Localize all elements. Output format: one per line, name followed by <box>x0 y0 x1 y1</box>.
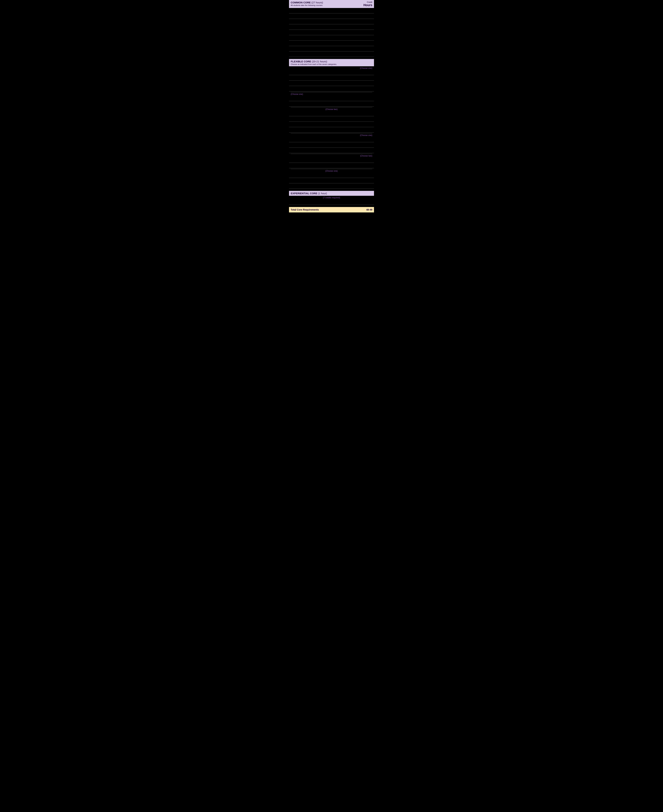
choose-label-4: (Choose one) <box>289 133 374 137</box>
experiential-core-hours: (1 hour) <box>318 192 327 195</box>
table-row <box>289 137 374 142</box>
table-row <box>289 111 374 116</box>
flexible-group-1: (Choose one) <box>289 66 374 91</box>
choose-label-2: (Choose one) <box>289 92 374 96</box>
flexible-core-title-text: FLEXIBLE CORE <box>291 60 311 63</box>
table-row <box>289 70 374 75</box>
credit-hours-block: Credit Hours <box>364 1 372 7</box>
common-core-courses <box>289 8 374 57</box>
hours-label: Hours <box>364 3 372 7</box>
total-label: Total Core Requirements <box>291 208 319 211</box>
section-gap-3 <box>289 205 374 207</box>
flexible-core-title-block: FLEXIBLE CORE (20-21 hours) Choose as in… <box>291 60 337 65</box>
flexible-core-header: FLEXIBLE CORE (20-21 hours) Choose as in… <box>289 59 374 66</box>
total-requirements-row: Total Core Requirements 48-49 <box>289 207 374 212</box>
total-value: 48-49 <box>366 208 372 211</box>
experiential-core-title-text: EXPERIENTIAL CORE <box>291 192 317 195</box>
flexible-group-4: (Choose one) <box>289 133 374 153</box>
section-gap-2 <box>289 189 374 191</box>
table-row <box>289 86 374 91</box>
flexible-core-subtitle: Choose as indicated from each of the sev… <box>291 63 337 65</box>
choose-label-6: (Choose one) <box>289 169 374 173</box>
flexible-group-6: (Choose one) <box>289 169 374 189</box>
table-row <box>289 116 374 122</box>
common-core-title-block: COMMON CORE (27 hours) All students take… <box>291 1 323 6</box>
flexible-core-title: FLEXIBLE CORE (20-21 hours) <box>291 60 337 63</box>
table-row <box>289 19 374 24</box>
table-row <box>289 148 374 153</box>
flexible-group-2: (Choose one) <box>289 92 374 107</box>
table-row <box>289 157 374 163</box>
table-row <box>289 183 374 189</box>
table-row <box>289 101 374 107</box>
table-row <box>289 142 374 148</box>
table-row <box>289 122 374 127</box>
experiential-core-header: EXPERIENTIAL CORE (1 hour) <box>289 191 374 196</box>
table-row <box>289 75 374 81</box>
table-row <box>289 200 374 205</box>
page-container: COMMON CORE (27 hours) All students take… <box>289 0 374 212</box>
table-row <box>289 24 374 30</box>
flexible-core-hours: (20-21 hours) <box>312 60 327 63</box>
table-row <box>289 127 374 132</box>
experiential-core-body: (7 credits required) <box>289 196 374 205</box>
choose-label-3: (Choose two) <box>289 107 374 111</box>
table-row <box>289 40 374 46</box>
table-row <box>289 178 374 183</box>
credit-label: Credit <box>364 1 372 3</box>
table-row <box>289 81 374 86</box>
table-row <box>289 13 374 19</box>
common-core-title: COMMON CORE (27 hours) <box>291 1 323 4</box>
choose-label-5: (Choose two) <box>289 154 374 157</box>
table-row <box>289 35 374 40</box>
section-gap-1 <box>289 57 374 59</box>
table-row <box>289 163 374 168</box>
choose-label-1: (Choose one) <box>289 66 374 70</box>
table-row <box>289 8 374 13</box>
experiential-core-title-block: EXPERIENTIAL CORE (1 hour) <box>291 192 327 195</box>
experiential-core-title: EXPERIENTIAL CORE (1 hour) <box>291 192 327 195</box>
table-row <box>289 30 374 35</box>
table-row <box>289 46 374 52</box>
common-core-header: COMMON CORE (27 hours) All students take… <box>289 0 374 8</box>
flexible-group-3: (Choose two) <box>289 107 374 132</box>
common-core-title-text: COMMON CORE <box>291 1 311 4</box>
table-row <box>289 52 374 57</box>
flexible-group-5: (Choose two) <box>289 154 374 168</box>
table-row <box>289 173 374 178</box>
table-row <box>289 96 374 101</box>
common-core-hours: (27 hours) <box>311 1 323 4</box>
common-core-subtitle: All students take the following courses. <box>291 4 323 6</box>
experiential-note: (7 credits required) <box>289 196 374 200</box>
